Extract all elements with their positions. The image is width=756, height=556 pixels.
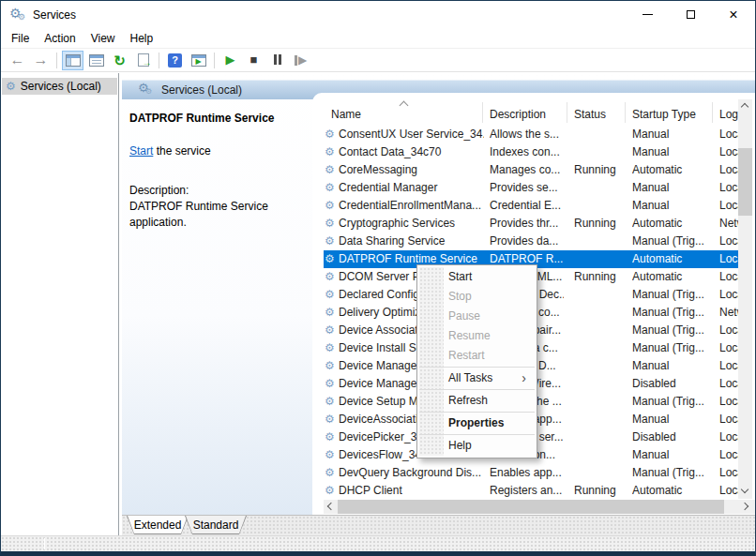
column-divider[interactable] bbox=[567, 102, 567, 123]
context-menu-help[interactable]: Help bbox=[417, 436, 537, 456]
tree-item-services-local[interactable]: ⚙ Services (Local) bbox=[2, 78, 117, 95]
service-row[interactable]: ⚙Data Sharing ServiceProvides da...Manua… bbox=[324, 233, 739, 250]
main-area: ⚙ Services (Local) ⚙⚙ Services (Local) D… bbox=[1, 73, 755, 535]
toolbar-separator bbox=[214, 53, 215, 68]
service-gear-icon: ⚙ bbox=[325, 447, 335, 463]
tab-extended[interactable]: Extended bbox=[127, 516, 189, 534]
column-divider[interactable] bbox=[712, 102, 713, 123]
service-log-on-as: Local Servi... bbox=[719, 161, 740, 179]
start-service-icon[interactable]: ▶ bbox=[219, 51, 241, 70]
service-row[interactable]: ⚙CoreMessagingManages co...RunningAutoma… bbox=[324, 161, 739, 179]
service-startup-type: Manual bbox=[632, 126, 711, 143]
context-menu-all-tasks[interactable]: All Tasks› bbox=[417, 368, 537, 388]
service-log-on-as: Local Servi... bbox=[719, 482, 740, 500]
context-menu-refresh[interactable]: Refresh bbox=[417, 391, 537, 411]
menu-help[interactable]: Help bbox=[123, 29, 161, 48]
context-menu-start[interactable]: Start bbox=[417, 267, 537, 287]
selected-service-title: DATPROF Runtime Service bbox=[129, 112, 308, 125]
export-list-icon[interactable]: → bbox=[132, 51, 154, 70]
refresh-icon[interactable]: ↻ bbox=[109, 51, 130, 70]
service-log-on-as: Local Syste... bbox=[719, 393, 740, 411]
show-extended-view-icon[interactable]: ▶ bbox=[188, 51, 209, 70]
restart-service-icon[interactable]: ▶ bbox=[290, 51, 311, 70]
context-menu-pause: Pause bbox=[417, 307, 537, 326]
console-tree-panel: ⚙ Services (Local) bbox=[1, 73, 119, 535]
show-console-tree-icon[interactable] bbox=[62, 51, 83, 70]
service-row[interactable]: ⚙Credential ManagerProvides se...ManualL… bbox=[324, 179, 739, 197]
column-divider[interactable] bbox=[625, 102, 626, 123]
service-gear-icon: ⚙ bbox=[325, 376, 335, 392]
scroll-up-button[interactable] bbox=[738, 99, 752, 113]
service-name: DevQuery Background Dis... bbox=[339, 464, 484, 482]
scroll-right-button[interactable] bbox=[740, 500, 754, 514]
horizontal-scrollbar[interactable] bbox=[324, 500, 755, 514]
service-startup-type: Automatic bbox=[632, 250, 711, 268]
service-gear-icon: ⚙ bbox=[325, 394, 335, 410]
service-row[interactable]: ⚙DHCP ClientRegisters an...RunningAutoma… bbox=[324, 482, 739, 500]
service-row[interactable]: ⚙Contact Data_34c70Indexes con...ManualL… bbox=[324, 143, 739, 161]
service-startup-type: Manual bbox=[632, 197, 711, 215]
service-log-on-as: Local Syste... bbox=[719, 143, 740, 161]
forward-icon[interactable]: → bbox=[30, 51, 52, 70]
context-menu-resume: Resume bbox=[417, 326, 537, 346]
menu-separator bbox=[419, 434, 535, 435]
close-button[interactable]: × bbox=[712, 1, 755, 28]
help-icon[interactable]: ? bbox=[164, 51, 186, 70]
service-row[interactable]: ⚙CredentialEnrollmentMana...Credential E… bbox=[324, 197, 739, 215]
service-startup-type: Manual (Trig... bbox=[632, 286, 711, 304]
maximize-button[interactable] bbox=[669, 1, 712, 28]
menu-file[interactable]: File bbox=[4, 29, 37, 48]
column-header-log-on-as[interactable]: Log bbox=[719, 108, 740, 121]
service-log-on-as: Local Syste... bbox=[719, 339, 740, 357]
column-header-startup-type[interactable]: Startup Type bbox=[632, 108, 696, 121]
stop-service-icon[interactable]: ■ bbox=[243, 51, 265, 70]
column-header-description[interactable]: Description bbox=[490, 108, 546, 121]
status-bar-divider bbox=[44, 538, 45, 549]
context-menu-properties[interactable]: Properties bbox=[417, 413, 537, 433]
service-log-on-as: Network S... bbox=[719, 215, 740, 233]
vertical-scrollbar[interactable] bbox=[738, 99, 752, 499]
service-startup-type: Manual (Trig... bbox=[632, 304, 711, 322]
scroll-down-button[interactable] bbox=[738, 485, 752, 499]
service-row[interactable]: ⚙ConsentUX User Service_34...Allows the … bbox=[324, 126, 739, 143]
menu-view[interactable]: View bbox=[83, 29, 123, 48]
service-startup-type: Disabled bbox=[632, 428, 711, 446]
properties-icon[interactable] bbox=[85, 51, 107, 70]
service-gear-icon: ⚙ bbox=[325, 483, 335, 499]
back-icon[interactable]: ← bbox=[7, 51, 28, 70]
minimize-button[interactable] bbox=[626, 1, 669, 28]
service-startup-type: Disabled bbox=[632, 375, 711, 393]
service-startup-type: Automatic bbox=[632, 268, 711, 286]
column-header-status[interactable]: Status bbox=[574, 108, 606, 121]
tab-standard[interactable]: Standard bbox=[185, 516, 247, 534]
service-startup-type: Manual bbox=[632, 411, 711, 428]
service-startup-type: Manual bbox=[632, 357, 711, 375]
maximize-icon bbox=[687, 10, 695, 19]
service-startup-type: Manual (Trig... bbox=[632, 339, 711, 357]
service-row[interactable]: ⚙DevQuery Background Dis...Enables app..… bbox=[324, 464, 739, 482]
column-divider[interactable] bbox=[482, 102, 483, 123]
service-gear-icon: ⚙ bbox=[325, 251, 335, 267]
description-label: Description: bbox=[129, 183, 308, 199]
pause-service-icon[interactable] bbox=[266, 51, 288, 70]
service-gear-icon: ⚙ bbox=[325, 465, 335, 481]
service-log-on-as: Local Syste... bbox=[719, 233, 740, 250]
service-log-on-as: Local Syste... bbox=[719, 268, 740, 286]
horizontal-scroll-thumb[interactable] bbox=[338, 500, 724, 514]
service-gear-icon: ⚙ bbox=[325, 198, 335, 214]
vertical-scroll-thumb[interactable] bbox=[738, 148, 752, 216]
service-gear-icon: ⚙ bbox=[325, 323, 335, 338]
menu-action[interactable]: Action bbox=[37, 29, 83, 48]
service-description: Manages co... bbox=[490, 161, 564, 179]
column-header-name[interactable]: Name bbox=[331, 108, 361, 121]
service-status: Running bbox=[574, 268, 626, 286]
start-service-link[interactable]: Start bbox=[129, 144, 153, 158]
service-row[interactable]: ⚙Cryptographic ServicesProvides thr...Ru… bbox=[324, 215, 739, 233]
service-startup-type: Automatic bbox=[632, 215, 711, 233]
scroll-left-button[interactable] bbox=[324, 500, 338, 514]
service-gear-icon: ⚙ bbox=[325, 358, 335, 374]
service-log-on-as: Local Syste... bbox=[719, 179, 740, 197]
service-name: Credential Manager bbox=[339, 179, 484, 197]
service-status: Running bbox=[574, 215, 626, 233]
description-line: DATPROF Runtime Service bbox=[129, 199, 308, 215]
